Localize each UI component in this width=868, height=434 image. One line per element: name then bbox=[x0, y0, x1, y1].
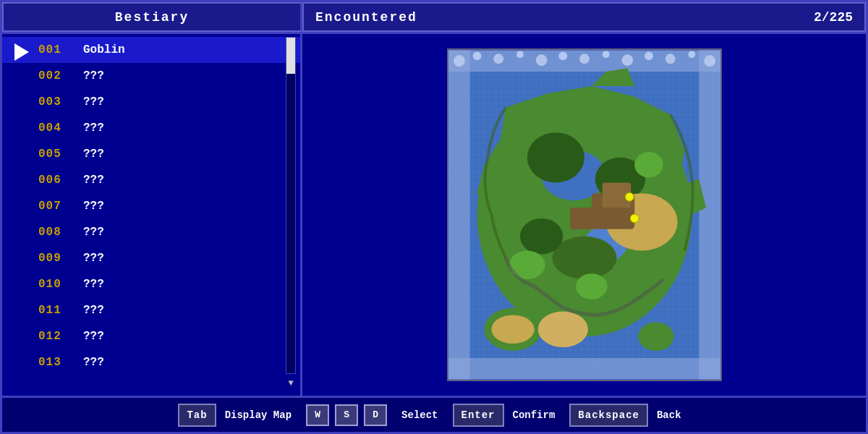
item-number: 010 bbox=[38, 278, 75, 291]
svg-point-14 bbox=[579, 54, 590, 64]
item-name: ??? bbox=[83, 148, 104, 161]
item-name: ??? bbox=[83, 304, 104, 317]
item-name: ??? bbox=[83, 174, 104, 187]
item-name: ??? bbox=[83, 69, 104, 82]
svg-point-18 bbox=[665, 54, 675, 64]
svg-point-10 bbox=[493, 54, 503, 64]
list-item[interactable]: 008 ??? bbox=[2, 219, 300, 245]
list-item[interactable]: 013 ??? bbox=[2, 349, 300, 375]
s-key[interactable]: S bbox=[335, 404, 358, 426]
main-container: Bestiary Encountered 2/225 001 Goblin 00… bbox=[0, 0, 868, 434]
svg-point-17 bbox=[644, 51, 653, 60]
svg-point-42 bbox=[634, 152, 663, 178]
world-map bbox=[448, 50, 720, 380]
header-bestiary: Bestiary bbox=[2, 2, 302, 32]
svg-point-9 bbox=[472, 51, 481, 60]
select-label: Select bbox=[393, 404, 446, 427]
list-item[interactable]: 006 ??? bbox=[2, 167, 300, 193]
svg-point-43 bbox=[576, 273, 608, 299]
item-name: ??? bbox=[83, 200, 104, 213]
toolbar: Tab Display Map W S D Select Enter Confi… bbox=[2, 396, 866, 432]
w-key[interactable]: W bbox=[306, 404, 329, 426]
svg-point-44 bbox=[625, 192, 634, 201]
svg-point-16 bbox=[621, 54, 633, 66]
list-item[interactable]: 005 ??? bbox=[2, 141, 300, 167]
svg-rect-40 bbox=[570, 208, 595, 229]
item-number: 005 bbox=[38, 148, 75, 161]
list-item[interactable]: 011 ??? bbox=[2, 297, 300, 323]
item-name: ??? bbox=[83, 226, 104, 239]
item-name: Goblin bbox=[83, 43, 125, 56]
svg-point-8 bbox=[453, 55, 464, 67]
header-encountered: Encountered 2/225 bbox=[302, 2, 866, 32]
scroll-down-arrow[interactable]: ▼ bbox=[286, 378, 296, 388]
item-number: 011 bbox=[38, 304, 75, 317]
list-item[interactable]: 012 ??? bbox=[2, 323, 300, 349]
svg-point-15 bbox=[602, 51, 609, 58]
item-number: 007 bbox=[38, 200, 75, 213]
svg-point-36 bbox=[537, 312, 587, 347]
back-label: Back bbox=[648, 404, 690, 427]
d-key[interactable]: D bbox=[364, 404, 387, 426]
svg-point-11 bbox=[516, 51, 524, 58]
svg-point-31 bbox=[527, 132, 584, 182]
item-name: ??? bbox=[83, 252, 104, 265]
svg-point-19 bbox=[688, 51, 695, 58]
item-name: ??? bbox=[83, 122, 104, 135]
list-item[interactable]: 004 ??? bbox=[2, 115, 300, 141]
item-number: 001 bbox=[38, 43, 75, 56]
encounter-count: 2/225 bbox=[814, 10, 853, 25]
svg-point-33 bbox=[552, 237, 616, 279]
display-map-label: Display Map bbox=[216, 404, 300, 427]
list-item[interactable]: 001 Goblin bbox=[2, 37, 300, 63]
map-container bbox=[447, 48, 722, 381]
item-name: ??? bbox=[83, 356, 104, 369]
item-number: 013 bbox=[38, 356, 75, 369]
svg-point-13 bbox=[558, 51, 567, 60]
item-number: 003 bbox=[38, 95, 75, 109]
item-number: 009 bbox=[38, 252, 75, 265]
list-panel: 001 Goblin 002 ??? 003 ??? 004 ??? 005 ?… bbox=[2, 34, 302, 396]
list-item[interactable]: 002 ??? bbox=[2, 63, 300, 89]
item-number: 006 bbox=[38, 174, 75, 187]
scrollbar-track[interactable] bbox=[286, 37, 296, 374]
backspace-button[interactable]: Backspace bbox=[569, 404, 648, 427]
list-item[interactable]: 010 ??? bbox=[2, 271, 300, 297]
item-number: 004 bbox=[38, 122, 75, 135]
svg-rect-7 bbox=[699, 50, 720, 379]
svg-point-34 bbox=[519, 218, 562, 254]
svg-point-28 bbox=[638, 322, 673, 351]
item-name: ??? bbox=[83, 95, 104, 109]
map-panel bbox=[302, 34, 866, 396]
cursor-arrow bbox=[11, 41, 33, 63]
svg-rect-5 bbox=[448, 358, 720, 380]
svg-point-45 bbox=[630, 214, 639, 223]
list-item[interactable]: 009 ??? bbox=[2, 245, 300, 271]
list-item[interactable]: 003 ??? bbox=[2, 89, 300, 115]
item-name: ??? bbox=[83, 330, 104, 343]
enter-button[interactable]: Enter bbox=[453, 404, 504, 427]
confirm-label: Confirm bbox=[504, 404, 564, 427]
svg-point-37 bbox=[491, 315, 534, 344]
encountered-label: Encountered bbox=[315, 10, 417, 25]
content-area: 001 Goblin 002 ??? 003 ??? 004 ??? 005 ?… bbox=[2, 34, 866, 396]
svg-rect-6 bbox=[448, 50, 470, 379]
item-number: 008 bbox=[38, 226, 75, 239]
item-number: 012 bbox=[38, 330, 75, 343]
tab-button[interactable]: Tab bbox=[178, 404, 216, 427]
item-number: 002 bbox=[38, 69, 75, 82]
svg-point-20 bbox=[704, 55, 715, 67]
scrollbar-thumb bbox=[286, 38, 295, 74]
bestiary-title: Bestiary bbox=[115, 10, 189, 25]
item-name: ??? bbox=[83, 278, 104, 291]
svg-point-12 bbox=[535, 54, 547, 66]
header-bar: Bestiary Encountered 2/225 bbox=[2, 2, 866, 34]
list-item[interactable]: 007 ??? bbox=[2, 193, 300, 219]
